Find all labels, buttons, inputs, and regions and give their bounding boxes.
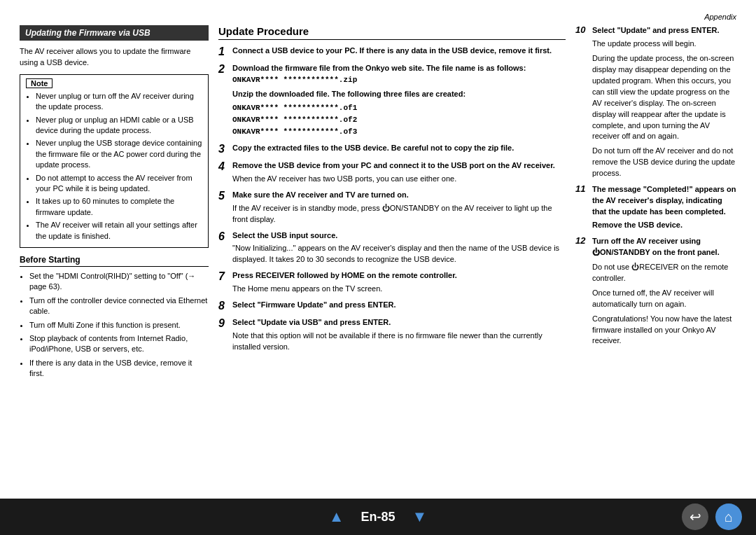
note-item: Never unplug or turn off the AV receiver… <box>36 91 202 113</box>
middle-column: Update Procedure 1 Connect a USB device … <box>218 25 566 382</box>
before-starting-item: Turn off the controller device connected… <box>29 296 209 317</box>
note-item: Do not attempt to access the AV receiver… <box>36 173 202 195</box>
appendix-label: Appendix <box>20 13 736 21</box>
step-10-detail2: Do not turn off the AV receiver and do n… <box>592 146 736 179</box>
step-2-code: ONKAVR**** ************.zip <box>232 76 357 84</box>
intro-text: The AV receiver allows you to update the… <box>20 46 209 69</box>
before-starting-item: Stop playback of contents from Internet … <box>29 333 209 355</box>
step-num-6: 6 <box>218 230 230 243</box>
section-title: Updating the Firmware via USB <box>20 25 209 41</box>
step-10: 10 Select "Update" and press ENTER. The … <box>575 25 736 179</box>
step-10-bold: Select "Update" and press ENTER. <box>592 26 720 34</box>
next-page-button[interactable]: ▼ <box>412 508 428 526</box>
step-4-sub: When the AV receiver has two USB ports, … <box>232 174 566 185</box>
step-2-code-1: ONKAVR**** ************.of1 <box>232 104 357 112</box>
step-9: 9 Select "Update via USB" and press ENTE… <box>218 317 566 353</box>
step-7: 7 Press RECEIVER followed by HOME on the… <box>218 270 566 295</box>
page-number: En-85 <box>360 510 395 524</box>
step-2-code-2: ONKAVR**** ************.of2 <box>232 116 357 124</box>
step-4: 4 Remove the USB device from your PC and… <box>218 160 566 185</box>
step-11-bold: The message "Completed!" appears on the … <box>592 185 736 216</box>
note-list: Never unplug or turn off the AV receiver… <box>26 91 202 242</box>
step-2-bold: Download the firmware file from the Onky… <box>232 64 526 72</box>
page: Appendix Updating the Firmware via USB T… <box>0 0 756 535</box>
before-starting-section: Before Starting Set the "HDMI Control(RI… <box>20 255 209 380</box>
right-column: 10 Select "Update" and press ENTER. The … <box>575 25 736 382</box>
left-column: Updating the Firmware via USB The AV rec… <box>20 25 209 382</box>
step-2-sub-bold: Unzip the downloaded file. The following… <box>232 90 465 98</box>
step-num-5: 5 <box>218 190 230 202</box>
before-starting-title: Before Starting <box>20 255 209 267</box>
step-5: 5 Make sure the AV receiver and TV are t… <box>218 190 566 225</box>
step-12-sub: Do not use ⏻RECEIVER on the remote contr… <box>592 262 736 284</box>
prev-page-button[interactable]: ▲ <box>329 508 344 526</box>
step-12: 12 Turn off the AV receiver using ⏻ON/ST… <box>575 236 736 347</box>
step-num-7: 7 <box>218 270 230 283</box>
step-9-bold: Select "Update via USB" and press ENTER. <box>232 318 391 326</box>
step-num-1: 1 <box>218 46 230 58</box>
step-12-sub3: Congratulations! You now have the latest… <box>592 314 736 347</box>
step-6-bold: Select the USB input source. <box>232 231 337 239</box>
before-starting-item: Set the "HDMI Control(RIHD)" setting to … <box>29 271 209 293</box>
step-2: 2 Download the firmware file from the On… <box>218 63 566 139</box>
step-num-11: 11 <box>575 184 589 194</box>
note-item: It takes up to 60 minutes to complete th… <box>36 196 202 218</box>
back-button[interactable]: ↩ <box>682 503 708 530</box>
footer: ▲ En-85 ▼ ↩ ⌂ <box>0 499 756 535</box>
step-1: 1 Connect a USB device to your PC. If th… <box>218 46 566 58</box>
step-5-bold: Make sure the AV receiver and TV are tur… <box>232 190 409 199</box>
step-10-detail: During the update process, the on-screen… <box>592 53 736 143</box>
step-4-bold: Remove the USB device from your PC and c… <box>232 161 555 169</box>
step-10-sub: The update process will begin. <box>592 39 736 50</box>
step-11-bold2: Remove the USB device. <box>592 221 682 229</box>
step-2-code-3: ONKAVR**** ************.of3 <box>232 127 357 136</box>
step-6-sub: "Now Initializing..." appears on the AV … <box>232 243 566 265</box>
before-starting-item: Turn off Multi Zone if this function is … <box>29 320 209 331</box>
step-9-sub: Note that this option will not be availa… <box>232 331 566 353</box>
step-1-text: Connect a USB device to your PC. If ther… <box>232 46 552 55</box>
step-num-9: 9 <box>218 317 230 330</box>
step-8-bold: Select "Firmware Update" and press ENTER… <box>232 300 396 309</box>
step-7-sub: The Home menu appears on the TV screen. <box>232 284 566 295</box>
step-num-12: 12 <box>575 236 589 246</box>
step-num-10: 10 <box>575 25 589 35</box>
step-3: 3 Copy the extracted files to the USB de… <box>218 143 566 155</box>
step-num-8: 8 <box>218 300 230 312</box>
update-procedure-title: Update Procedure <box>218 25 566 40</box>
note-item: The AV receiver will retain all your set… <box>36 220 202 242</box>
step-6: 6 Select the USB input source. "Now Init… <box>218 230 566 266</box>
step-11: 11 The message "Completed!" appears on t… <box>575 184 736 231</box>
step-num-3: 3 <box>218 143 230 155</box>
note-item: Never plug or unplug an HDMI cable or a … <box>36 115 202 137</box>
home-button[interactable]: ⌂ <box>715 503 742 530</box>
note-label: Note <box>26 78 52 88</box>
step-num-4: 4 <box>218 160 230 173</box>
step-num-2: 2 <box>218 63 230 76</box>
step-12-bold: Turn off the AV receiver using ⏻ON/STAND… <box>592 237 720 256</box>
step-3-bold: Copy the extracted files to the USB devi… <box>232 144 514 152</box>
note-box: Note Never unplug or turn off the AV rec… <box>20 74 209 248</box>
step-8: 8 Select "Firmware Update" and press ENT… <box>218 300 566 312</box>
step-7-bold: Press RECEIVER followed by HOME on the r… <box>232 271 457 279</box>
before-starting-list: Set the "HDMI Control(RIHD)" setting to … <box>20 271 209 380</box>
step-12-sub2: Once turned off, the AV receiver will au… <box>592 288 736 310</box>
before-starting-item: If there is any data in the USB device, … <box>29 358 209 380</box>
step-5-sub: If the AV receiver is in standby mode, p… <box>232 203 566 225</box>
footer-icon-group: ↩ ⌂ <box>682 503 742 530</box>
note-item: Never unplug the USB storage device cont… <box>36 138 202 170</box>
